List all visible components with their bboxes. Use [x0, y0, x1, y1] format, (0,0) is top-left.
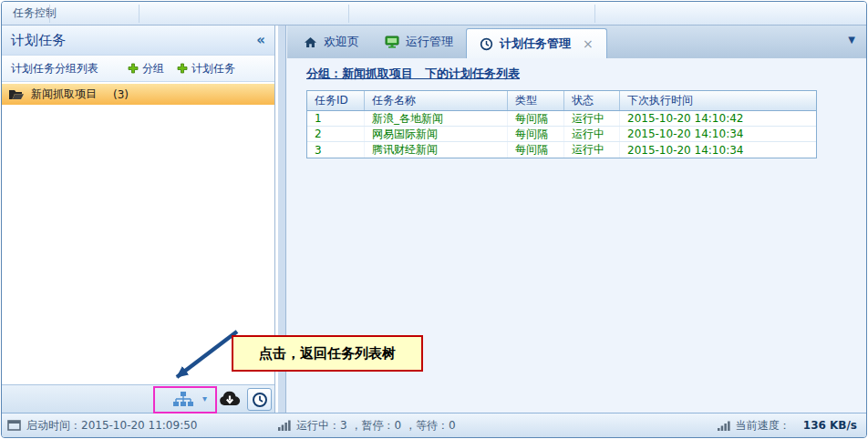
home-icon	[304, 36, 317, 48]
table-header-row: 任务ID 任务名称 类型 状态 下次执行时间	[307, 91, 816, 111]
tab-welcome[interactable]: 欢迎页	[291, 28, 372, 56]
column-header-type[interactable]: 类型	[508, 91, 564, 110]
tree-item-news-project[interactable]: 新闻抓取项目 (3)	[2, 84, 274, 105]
annotation-tooltip: 点击，返回任务列表树	[232, 335, 423, 372]
ribbon-separator	[49, 5, 50, 23]
add-group-button[interactable]: 分组	[124, 59, 168, 78]
tree-button-dropdown-arrow[interactable]: ▾	[202, 393, 207, 403]
start-time-text: 启动时间：2015-10-20 11:09:50	[26, 418, 197, 434]
tooltip-text: 点击，返回任务列表树	[259, 345, 396, 362]
plus-icon	[177, 63, 188, 74]
group-header-label: 分组：新闻抓取项目 下的计划任务列表	[306, 66, 520, 82]
tree-item-count: (3)	[113, 88, 129, 101]
cell-status: 运行中	[564, 127, 620, 141]
cell-status: 运行中	[564, 111, 620, 126]
table-row[interactable]: 3 腾讯财经新闻 每间隔 运行中 2015-10-20 14:10:34	[307, 142, 816, 158]
table-row[interactable]: 1 新浪_各地新闻 每间隔 运行中 2015-10-20 14:10:42	[307, 111, 816, 127]
column-header-task-name[interactable]: 任务名称	[365, 91, 508, 110]
collapse-panel-button[interactable]: «	[256, 32, 265, 48]
cell-type: 每间隔	[508, 111, 564, 126]
scheduled-task-table: 任务ID 任务名称 类型 状态 下次执行时间 1 新浪_各地新闻 每间隔 运行中…	[306, 90, 817, 158]
ribbon-strip: 任务控制	[2, 2, 866, 26]
window-icon	[7, 420, 21, 431]
bar-chart-icon	[278, 420, 291, 431]
cell-next-run: 2015-10-20 14:10:34	[620, 142, 816, 158]
cell-task-name: 腾讯财经新闻	[365, 142, 508, 158]
add-group-label: 分组	[142, 61, 164, 77]
cell-status: 运行中	[564, 142, 620, 158]
cell-task-name: 新浪_各地新闻	[365, 111, 508, 126]
monitor-icon	[385, 36, 399, 48]
signal-bars-icon	[718, 420, 730, 431]
panel-toolbar: 计划任务分组列表 分组 计划任务	[2, 56, 274, 82]
column-header-task-id[interactable]: 任务ID	[307, 91, 365, 110]
cloud-download-button[interactable]	[218, 391, 242, 407]
app-window: 任务控制 计划任务 « 计划任务分组列表 分组 计划任务	[1, 1, 867, 438]
panel-title: 计划任务	[11, 32, 256, 49]
tab-scheduled-task-management[interactable]: 计划任务管理 ×	[466, 28, 607, 58]
tab-label: 运行管理	[406, 34, 453, 50]
ribbon-separator	[594, 5, 595, 23]
status-start-time: 启动时间：2015-10-20 11:09:50	[7, 418, 197, 434]
ribbon-separator	[139, 5, 140, 23]
close-tab-icon[interactable]: ×	[583, 36, 594, 51]
panel-title-bar: 计划任务 «	[2, 26, 274, 56]
cell-task-name: 网易国际新闻	[365, 127, 508, 141]
group-list-label: 计划任务分组列表	[11, 61, 98, 77]
speed-value: 136 KB/s	[803, 419, 857, 432]
tab-label: 计划任务管理	[500, 36, 571, 52]
panel-bottom-toolbar: ▾	[2, 384, 274, 413]
tab-label: 欢迎页	[324, 34, 359, 50]
cell-next-run: 2015-10-20 14:10:34	[620, 127, 816, 141]
cell-next-run: 2015-10-20 14:10:42	[620, 111, 816, 126]
cell-task-id: 1	[307, 111, 365, 126]
cell-type: 每间隔	[508, 142, 564, 158]
column-header-status[interactable]: 状态	[564, 91, 620, 110]
plus-icon	[128, 63, 139, 74]
folder-open-icon	[9, 89, 24, 100]
cell-type: 每间隔	[508, 127, 564, 141]
status-bar: 启动时间：2015-10-20 11:09:50 运行中：3 ，暂停：0 ，等待…	[2, 413, 866, 437]
add-task-label: 计划任务	[191, 61, 235, 77]
run-stats-text: 运行中：3 ，暂停：0 ，等待：0	[296, 418, 456, 434]
scheduled-view-button[interactable]	[247, 388, 272, 411]
status-current-speed: 当前速度： 136 KB/s	[718, 418, 857, 434]
add-scheduled-task-button[interactable]: 计划任务	[173, 59, 239, 78]
tab-run-management[interactable]: 运行管理	[372, 28, 466, 56]
column-header-next-run[interactable]: 下次执行时间	[620, 91, 816, 110]
status-run-stats: 运行中：3 ，暂停：0 ，等待：0	[278, 418, 456, 434]
tab-overflow-dropdown-icon[interactable]: ▼	[848, 35, 855, 45]
speed-label: 当前速度：	[736, 418, 790, 434]
tree-item-label: 新闻抓取项目	[31, 87, 97, 102]
table-row[interactable]: 2 网易国际新闻 每间隔 运行中 2015-10-20 14:10:34	[307, 127, 816, 142]
cell-task-id: 3	[307, 142, 365, 158]
task-list-tree-button[interactable]	[172, 391, 194, 409]
clock-icon	[480, 37, 493, 51]
document-tab-bar: 欢迎页 运行管理 计划任务管理 ×	[287, 26, 866, 58]
ribbon-separator	[348, 5, 349, 23]
cell-task-id: 2	[307, 127, 365, 141]
